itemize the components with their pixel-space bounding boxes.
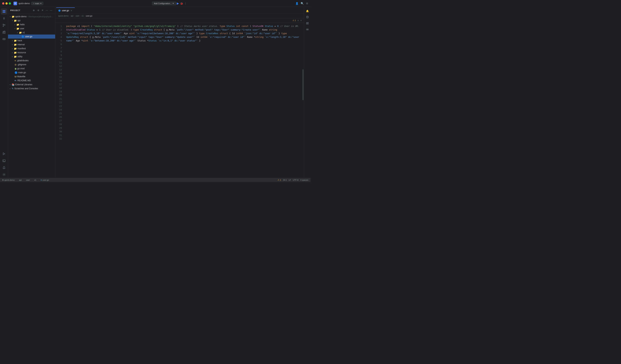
warning-status[interactable]: ⚠ 1 — [277, 179, 281, 181]
breadcrumb-v1[interactable]: v1 — [82, 15, 84, 17]
tab-close-button[interactable]: ✕ — [70, 9, 73, 12]
search-icon[interactable]: 🔍 — [301, 2, 304, 5]
main-layout: Project ⊕ ⇉ ✕ ⋯ — ▾ 📁 quick-demo ~/Works… — [0, 7, 310, 178]
project-view-icon[interactable] — [1, 8, 7, 15]
editor-scrollbar[interactable] — [302, 23, 304, 178]
tree-label-utility: utility — [17, 55, 22, 58]
warning-count[interactable]: ⚠ 1 — [293, 19, 296, 22]
tree-item-user-go[interactable]: ▸ 🔵 user.go — [8, 34, 55, 39]
branch-icon: ⑂ — [33, 2, 34, 4]
collapse-icon[interactable]: ⇉ — [36, 9, 40, 12]
plugins-icon[interactable] — [1, 29, 7, 35]
external-libs-icon: 📚 — [12, 83, 15, 86]
breadcrumb-api[interactable]: api — [71, 15, 73, 17]
breadcrumb-project[interactable]: quick-demo — [58, 15, 69, 17]
commit-icon[interactable] — [1, 15, 7, 21]
tree-item-readme[interactable]: ▸ M↓ README.MD — [8, 79, 55, 82]
branch-badge[interactable]: ⑂ main ▼ — [31, 2, 43, 5]
notifications-right-icon[interactable]: 🔔 — [305, 8, 310, 14]
status-left: ◈ quick-demo › api › user › v1 › ● user.… — [2, 179, 49, 181]
run-button[interactable]: ▶ — [177, 2, 179, 5]
minimize-panel-icon[interactable]: — — [49, 9, 53, 12]
close-button[interactable] — [2, 2, 4, 4]
tree-item-external-libs[interactable]: ▸ 📚 External Libraries — [8, 82, 55, 87]
breadcrumb-user-go[interactable]: user.go — [86, 15, 92, 17]
run-icon[interactable] — [1, 151, 7, 157]
status-user[interactable]: user — [26, 179, 30, 181]
sidebar: Project ⊕ ⇉ ✕ ⋯ — ▾ 📁 quick-demo ~/Works… — [8, 7, 55, 178]
debug-button[interactable]: 🐞 — [180, 2, 183, 5]
tree-item-user[interactable]: ▾ 📁 user — [8, 27, 55, 31]
line-ending[interactable]: LF — [289, 179, 291, 181]
chevron-down-icon: ▼ — [172, 2, 174, 4]
tree-item-go-mod[interactable]: ▸ ◉ go.mod — [8, 66, 55, 71]
indent-type[interactable]: 4 spaces — [300, 179, 308, 181]
tree-item-makefile[interactable]: ▸ M Makefile — [8, 75, 55, 79]
maximize-button[interactable] — [9, 2, 11, 4]
new-file-icon[interactable]: ⊕ — [32, 9, 35, 12]
chevron-down-icon: ▾ — [14, 28, 16, 30]
svg-rect-22 — [306, 23, 307, 24]
branch-label: main — [35, 2, 39, 4]
more-options-button[interactable]: ⋮ — [184, 2, 187, 5]
project-name: quick-demo — [18, 2, 30, 5]
tree-label-v1: v1 — [23, 31, 25, 34]
tree-item-manifest[interactable]: ▸ 📁 manifest — [8, 47, 55, 50]
settings-activity-icon[interactable] — [1, 172, 7, 178]
expand-down-icon[interactable]: ∨ — [300, 19, 302, 22]
tree-item-scratches[interactable]: ▸ ✎ Scratches and Consoles — [8, 87, 55, 91]
tree-item-gitattributes[interactable]: ▸ ≡ .gitattributes — [8, 59, 55, 63]
tab-user-go[interactable]: 🔵 user.go ✕ — [56, 7, 75, 13]
cursor-position[interactable]: 34:1 — [283, 179, 287, 181]
svg-rect-25 — [308, 22, 308, 23]
tree-label-hack: hack — [17, 39, 22, 42]
tree-item-quick-demo[interactable]: ▾ 📁 quick-demo ~/Workspace/github/gogf/q… — [8, 15, 55, 18]
add-configuration-button[interactable]: Add Configuration... ▼ — [152, 2, 176, 5]
tree-item-hack[interactable]: ▸ 📁 hack — [8, 39, 55, 43]
tree-item-v1[interactable]: ▾ 📁 v1 — [8, 31, 55, 34]
svg-rect-10 — [3, 32, 4, 33]
chevron-right-icon: ▸ — [9, 88, 12, 89]
breadcrumb-user[interactable]: user — [76, 15, 79, 17]
status-api[interactable]: api — [19, 179, 22, 181]
tree-item-internal[interactable]: ▸ 📁 internal — [8, 43, 55, 47]
database-icon[interactable] — [305, 15, 310, 20]
notifications-icon[interactable] — [1, 165, 7, 171]
user-icon[interactable]: 👤 — [295, 2, 298, 5]
scrollbar-thumb[interactable] — [303, 69, 304, 100]
tree-item-gitignore[interactable]: ▸ ⊘ .gitignore — [8, 63, 55, 66]
traffic-lights — [2, 2, 11, 4]
tree-label-main-go: main.go — [18, 71, 26, 74]
tree-item-resource[interactable]: ▸ 📁 resource — [8, 50, 55, 55]
folder-icon: 📁 — [14, 39, 17, 42]
status-project[interactable]: ◈ quick-demo — [2, 179, 15, 181]
encoding[interactable]: UTF-8 — [293, 179, 298, 181]
go-file-icon: 🔵 — [21, 35, 24, 38]
close-icon[interactable]: ✕ — [41, 9, 44, 12]
code-content[interactable]: package v1 import ( "demo/internal/model… — [64, 23, 302, 178]
branch-icon[interactable] — [1, 22, 7, 28]
settings-icon[interactable]: ⚙ — [306, 2, 308, 5]
breadcrumb-separator: › — [17, 179, 17, 181]
tree-item-utility[interactable]: ▸ 📁 utility — [8, 55, 55, 59]
title-right: 👤 🔍 ⚙ — [295, 2, 308, 5]
status-file[interactable]: ● user.go — [41, 179, 49, 181]
tree-item-main-go[interactable]: ▸ 🔵 main.go — [8, 71, 55, 75]
plugins-right-icon[interactable] — [305, 21, 310, 26]
svg-point-4 — [3, 18, 4, 19]
more-icon[interactable]: ⋯ — [45, 9, 49, 12]
status-v1[interactable]: v1 — [34, 179, 36, 181]
tree-item-api[interactable]: ▾ 📁 api — [8, 18, 55, 23]
minimize-button[interactable] — [5, 2, 8, 4]
api-icon[interactable] — [1, 36, 7, 42]
tree-label-makefile: Makefile — [17, 75, 25, 78]
sidebar-title: Project — [10, 9, 20, 12]
tree-item-hello[interactable]: ▸ 📁 hello — [8, 23, 55, 27]
expand-icon[interactable]: ∧ — [297, 19, 299, 22]
title-center: Add Configuration... ▼ ▶ 🐞 ⋮ — [45, 2, 294, 5]
project-icon: ◈ — [2, 179, 4, 181]
go-status-icon: ● — [41, 179, 42, 181]
api-right-icon[interactable] — [305, 27, 310, 32]
svg-point-8 — [3, 26, 4, 27]
terminal-icon[interactable] — [1, 158, 7, 164]
